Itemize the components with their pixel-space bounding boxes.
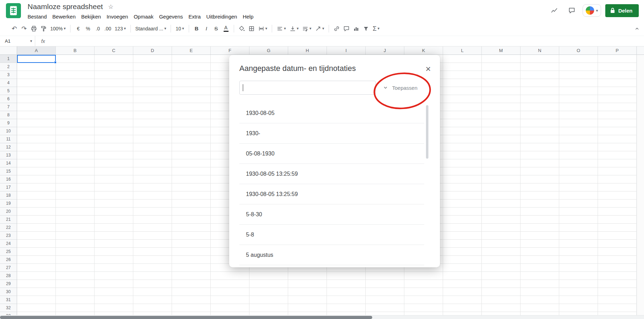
star-icon[interactable]: ☆ [108,3,113,10]
account-menu-button[interactable]: ▾ [583,4,601,17]
row-header[interactable]: 7 [0,103,17,111]
row-header[interactable]: 17 [0,183,17,191]
insert-link-button[interactable] [332,23,342,34]
row-header[interactable]: 9 [0,119,17,127]
column-header[interactable]: C [95,46,133,55]
vertical-scrollbar[interactable] [637,55,644,315]
row-header[interactable]: 20 [0,208,17,216]
horizontal-scrollbar-thumb[interactable] [0,316,372,319]
row-header[interactable]: 3 [0,71,17,79]
row-header[interactable]: 25 [0,248,17,256]
token-dropdown-button[interactable] [381,81,390,95]
row-header[interactable]: 30 [0,288,17,296]
insert-comment-button[interactable] [342,23,351,34]
row-header[interactable]: 12 [0,143,17,151]
format-option[interactable]: 5-8 [239,225,424,245]
row-header[interactable]: 10 [0,127,17,135]
row-header[interactable]: 33 [0,312,17,315]
row-header[interactable]: 8 [0,111,17,119]
column-header[interactable]: K [404,46,443,55]
row-header[interactable]: 21 [0,216,17,224]
vertical-align-select[interactable]: ▾ [288,23,301,34]
row-header[interactable]: 28 [0,272,17,280]
row-header[interactable]: 18 [0,191,17,200]
text-wrap-select[interactable]: ▾ [300,23,313,34]
column-header[interactable]: O [559,46,598,55]
bold-button[interactable]: B [192,23,202,34]
collapse-toolbar-button[interactable] [634,26,640,31]
row-header[interactable]: 27 [0,264,17,272]
fill-handle[interactable] [54,61,57,64]
menu-item[interactable]: Bekijken [78,13,104,21]
horizontal-scrollbar[interactable] [0,315,644,319]
decrease-decimals-button[interactable]: .0 [93,23,103,34]
share-button[interactable]: Delen [605,4,639,17]
insert-chart-button[interactable] [351,23,361,34]
row-header[interactable]: 31 [0,296,17,304]
menu-item[interactable]: Opmaak [131,13,156,21]
paint-format-button[interactable] [39,23,48,34]
stats-icon[interactable] [548,4,561,17]
strikethrough-button[interactable]: S [211,23,221,34]
borders-button[interactable] [247,23,256,34]
row-header[interactable]: 24 [0,240,17,248]
format-option[interactable]: 1930-08-05 [239,103,424,123]
dialog-scrollbar-thumb[interactable] [426,105,428,159]
column-header[interactable]: L [443,46,482,55]
fill-color-button[interactable] [237,23,247,34]
column-header[interactable]: F [211,46,249,55]
row-header[interactable]: 1 [0,55,17,63]
column-header[interactable]: J [366,46,404,55]
currency-format-button[interactable]: € [73,23,83,34]
filter-button[interactable] [361,23,371,34]
row-header[interactable]: 4 [0,79,17,87]
text-rotation-select[interactable]: ▾ [313,23,326,34]
column-header[interactable]: H [288,46,327,55]
row-header[interactable]: 32 [0,304,17,312]
column-header[interactable]: N [521,46,559,55]
redo-button[interactable]: ↷ [19,23,29,34]
text-color-button[interactable]: A [221,23,231,34]
functions-select[interactable]: Σ ▾ [371,23,381,34]
menu-item[interactable]: Invoegen [104,13,131,21]
format-input[interactable] [239,81,376,95]
row-header[interactable]: 15 [0,167,17,175]
name-box[interactable]: A1 ▾ [0,36,35,46]
menu-item[interactable]: Bestand [25,13,50,21]
undo-button[interactable]: ↶ [9,23,19,34]
column-header[interactable]: B [56,46,95,55]
menu-item[interactable]: Gegevens [156,13,186,21]
comment-history-icon[interactable] [565,4,578,17]
close-icon[interactable]: × [426,64,431,73]
row-header[interactable]: 29 [0,280,17,288]
column-header[interactable]: M [482,46,521,55]
format-option[interactable]: 5 augustus [239,245,424,265]
row-header[interactable]: 14 [0,159,17,167]
column-header[interactable]: G [249,46,288,55]
sheets-logo[interactable] [6,3,21,18]
format-option[interactable]: 1930-08-05 13:25:59 [239,184,424,204]
row-header[interactable]: 19 [0,200,17,208]
row-header[interactable]: 11 [0,135,17,143]
column-header[interactable]: D [133,46,172,55]
horizontal-align-select[interactable]: ▾ [275,23,288,34]
row-header[interactable]: 6 [0,95,17,103]
print-button[interactable] [29,23,39,34]
format-option[interactable]: 5-8-30 [239,204,424,225]
merge-cells-button[interactable]: ▾ [256,23,269,34]
column-header[interactable]: P [598,46,637,55]
row-header[interactable]: 26 [0,256,17,264]
font-size-select[interactable]: 10 ▾ [174,23,186,34]
column-header[interactable]: A [17,46,56,55]
apply-button[interactable]: Toepassen [392,81,418,95]
formula-input[interactable] [52,36,644,46]
zoom-select[interactable]: 100% ▾ [48,23,67,34]
format-option[interactable]: 05-08-1930 [239,144,424,164]
number-format-select[interactable]: 123 ▾ [113,23,128,34]
row-header[interactable]: 5 [0,87,17,95]
format-option[interactable]: 1930- [239,123,424,144]
row-header[interactable]: 23 [0,232,17,240]
selected-cell-a1[interactable] [17,55,56,63]
menu-item[interactable]: Help [240,13,256,21]
row-header[interactable]: 2 [0,63,17,71]
